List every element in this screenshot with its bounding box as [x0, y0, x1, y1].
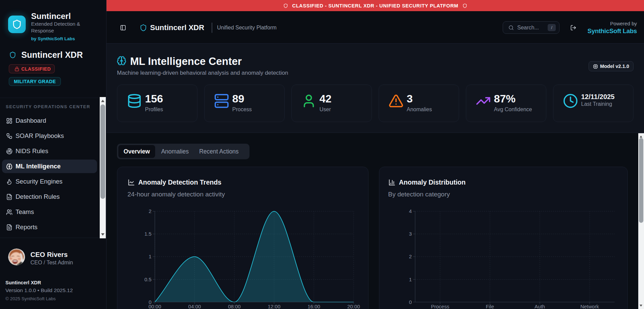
svg-text:04:00: 04:00 — [188, 304, 201, 309]
svg-text:4: 4 — [409, 208, 412, 214]
svg-text:12:00: 12:00 — [268, 304, 281, 309]
svg-text:08:00: 08:00 — [228, 304, 241, 309]
svg-text:File: File — [486, 304, 494, 309]
svg-text:0: 0 — [409, 299, 412, 305]
svg-text:3: 3 — [409, 231, 412, 237]
svg-text:0.5: 0.5 — [144, 277, 151, 282]
svg-text:1.5: 1.5 — [144, 231, 151, 237]
svg-text:Process: Process — [431, 304, 449, 309]
svg-text:Network: Network — [580, 304, 599, 309]
svg-text:Auth: Auth — [534, 304, 545, 309]
svg-text:2: 2 — [149, 208, 151, 214]
svg-text:1: 1 — [409, 277, 412, 282]
svg-text:1: 1 — [149, 254, 151, 259]
svg-text:2: 2 — [409, 254, 412, 259]
svg-text:20:00: 20:00 — [347, 304, 360, 309]
svg-text:16:00: 16:00 — [308, 304, 320, 309]
svg-text:00:00: 00:00 — [148, 304, 161, 309]
